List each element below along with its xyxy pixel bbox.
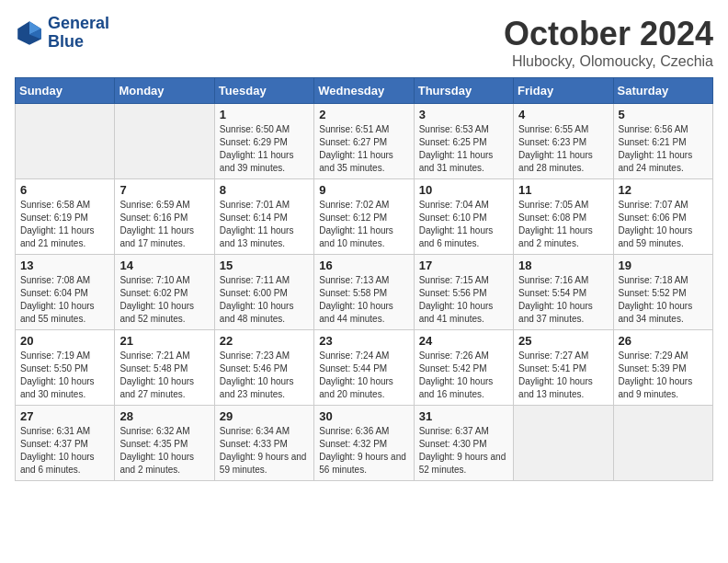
day-detail: Sunrise: 7:26 AMSunset: 5:42 PMDaylight:… xyxy=(419,350,508,401)
day-number: 8 xyxy=(220,183,309,197)
calendar-cell: 17Sunrise: 7:15 AMSunset: 5:56 PMDayligh… xyxy=(414,255,513,330)
weekday-header-sunday: Sunday xyxy=(16,78,115,104)
calendar-cell: 25Sunrise: 7:27 AMSunset: 5:41 PMDayligh… xyxy=(514,330,613,406)
month-title: October 2024 xyxy=(504,15,713,53)
calendar-cell: 10Sunrise: 7:04 AMSunset: 6:10 PMDayligh… xyxy=(414,179,513,255)
weekday-header-wednesday: Wednesday xyxy=(314,78,414,104)
calendar-week-1: 1Sunrise: 6:50 AMSunset: 6:29 PMDaylight… xyxy=(16,104,713,179)
calendar-cell: 20Sunrise: 7:19 AMSunset: 5:50 PMDayligh… xyxy=(16,330,115,406)
weekday-header-friday: Friday xyxy=(514,78,613,104)
day-number: 31 xyxy=(419,409,508,423)
calendar-cell: 31Sunrise: 6:37 AMSunset: 4:30 PMDayligh… xyxy=(414,406,513,481)
day-detail: Sunrise: 6:37 AMSunset: 4:30 PMDaylight:… xyxy=(419,425,508,477)
day-detail: Sunrise: 7:07 AMSunset: 6:06 PMDaylight:… xyxy=(619,199,708,250)
day-number: 26 xyxy=(619,334,708,348)
day-number: 17 xyxy=(419,259,508,272)
calendar-cell xyxy=(613,406,712,481)
day-number: 27 xyxy=(20,409,109,423)
calendar-cell: 14Sunrise: 7:10 AMSunset: 6:02 PMDayligh… xyxy=(115,255,214,330)
header: General Blue October 2024 Hlubocky, Olom… xyxy=(15,15,713,70)
day-detail: Sunrise: 7:13 AMSunset: 5:58 PMDaylight:… xyxy=(319,274,408,326)
day-number: 11 xyxy=(518,183,608,197)
calendar-cell: 18Sunrise: 7:16 AMSunset: 5:54 PMDayligh… xyxy=(514,255,613,330)
calendar-cell: 11Sunrise: 7:05 AMSunset: 6:08 PMDayligh… xyxy=(514,179,613,255)
day-detail: Sunrise: 6:53 AMSunset: 6:25 PMDaylight:… xyxy=(419,123,508,175)
day-number: 1 xyxy=(220,108,309,121)
day-detail: Sunrise: 7:05 AMSunset: 6:08 PMDaylight:… xyxy=(518,199,608,250)
day-detail: Sunrise: 7:21 AMSunset: 5:48 PMDaylight:… xyxy=(119,350,209,401)
day-detail: Sunrise: 6:58 AMSunset: 6:19 PMDaylight:… xyxy=(20,199,109,250)
calendar-cell: 12Sunrise: 7:07 AMSunset: 6:06 PMDayligh… xyxy=(613,179,712,255)
calendar-cell: 19Sunrise: 7:18 AMSunset: 5:52 PMDayligh… xyxy=(613,255,712,330)
calendar-cell: 24Sunrise: 7:26 AMSunset: 5:42 PMDayligh… xyxy=(414,330,513,406)
day-detail: Sunrise: 6:32 AMSunset: 4:35 PMDaylight:… xyxy=(119,425,209,477)
calendar-cell: 21Sunrise: 7:21 AMSunset: 5:48 PMDayligh… xyxy=(115,330,214,406)
day-number: 19 xyxy=(619,259,708,272)
day-number: 2 xyxy=(319,108,408,121)
day-detail: Sunrise: 7:02 AMSunset: 6:12 PMDaylight:… xyxy=(319,199,408,250)
day-detail: Sunrise: 6:59 AMSunset: 6:16 PMDaylight:… xyxy=(119,199,209,250)
day-detail: Sunrise: 6:31 AMSunset: 4:37 PMDaylight:… xyxy=(20,425,109,477)
day-detail: Sunrise: 7:24 AMSunset: 5:44 PMDaylight:… xyxy=(319,350,408,401)
calendar-cell xyxy=(115,104,214,179)
calendar-cell: 30Sunrise: 6:36 AMSunset: 4:32 PMDayligh… xyxy=(314,406,414,481)
calendar-cell: 26Sunrise: 7:29 AMSunset: 5:39 PMDayligh… xyxy=(613,330,712,406)
calendar-cell: 23Sunrise: 7:24 AMSunset: 5:44 PMDayligh… xyxy=(314,330,414,406)
day-number: 13 xyxy=(20,259,109,272)
calendar-cell: 3Sunrise: 6:53 AMSunset: 6:25 PMDaylight… xyxy=(414,104,513,179)
weekday-header-monday: Monday xyxy=(115,78,214,104)
day-number: 4 xyxy=(518,108,608,121)
calendar-cell: 9Sunrise: 7:02 AMSunset: 6:12 PMDaylight… xyxy=(314,179,414,255)
day-number: 21 xyxy=(119,334,209,348)
day-number: 25 xyxy=(518,334,608,348)
day-detail: Sunrise: 7:10 AMSunset: 6:02 PMDaylight:… xyxy=(119,274,209,326)
logo: General Blue xyxy=(15,15,109,52)
day-detail: Sunrise: 7:16 AMSunset: 5:54 PMDaylight:… xyxy=(518,274,608,326)
day-detail: Sunrise: 7:23 AMSunset: 5:46 PMDaylight:… xyxy=(220,350,309,401)
day-number: 10 xyxy=(419,183,508,197)
calendar-cell: 28Sunrise: 6:32 AMSunset: 4:35 PMDayligh… xyxy=(115,406,214,481)
day-number: 23 xyxy=(319,334,408,348)
day-number: 7 xyxy=(119,183,209,197)
calendar-cell: 15Sunrise: 7:11 AMSunset: 6:00 PMDayligh… xyxy=(214,255,313,330)
day-detail: Sunrise: 7:01 AMSunset: 6:14 PMDaylight:… xyxy=(220,199,309,250)
calendar-cell: 2Sunrise: 6:51 AMSunset: 6:27 PMDaylight… xyxy=(314,104,414,179)
calendar-cell: 6Sunrise: 6:58 AMSunset: 6:19 PMDaylight… xyxy=(16,179,115,255)
day-detail: Sunrise: 7:18 AMSunset: 5:52 PMDaylight:… xyxy=(619,274,708,326)
title-area: October 2024 Hlubocky, Olomoucky, Czechi… xyxy=(504,15,713,70)
day-detail: Sunrise: 7:29 AMSunset: 5:39 PMDaylight:… xyxy=(619,350,708,401)
day-number: 3 xyxy=(419,108,508,121)
day-number: 28 xyxy=(119,409,209,423)
day-number: 24 xyxy=(419,334,508,348)
day-detail: Sunrise: 6:51 AMSunset: 6:27 PMDaylight:… xyxy=(319,123,408,175)
calendar-week-4: 20Sunrise: 7:19 AMSunset: 5:50 PMDayligh… xyxy=(16,330,713,406)
day-number: 12 xyxy=(619,183,708,197)
day-detail: Sunrise: 7:19 AMSunset: 5:50 PMDaylight:… xyxy=(20,350,109,401)
day-detail: Sunrise: 6:50 AMSunset: 6:29 PMDaylight:… xyxy=(220,123,309,175)
day-detail: Sunrise: 6:34 AMSunset: 4:33 PMDaylight:… xyxy=(220,425,309,477)
calendar-cell: 8Sunrise: 7:01 AMSunset: 6:14 PMDaylight… xyxy=(214,179,313,255)
calendar-week-5: 27Sunrise: 6:31 AMSunset: 4:37 PMDayligh… xyxy=(16,406,713,481)
day-number: 30 xyxy=(319,409,408,423)
calendar-cell: 16Sunrise: 7:13 AMSunset: 5:58 PMDayligh… xyxy=(314,255,414,330)
calendar-cell: 1Sunrise: 6:50 AMSunset: 6:29 PMDaylight… xyxy=(214,104,313,179)
weekday-header-row: SundayMondayTuesdayWednesdayThursdayFrid… xyxy=(16,78,713,104)
day-number: 5 xyxy=(619,108,708,121)
day-detail: Sunrise: 7:04 AMSunset: 6:10 PMDaylight:… xyxy=(419,199,508,250)
day-detail: Sunrise: 6:56 AMSunset: 6:21 PMDaylight:… xyxy=(619,123,708,175)
calendar-table: SundayMondayTuesdayWednesdayThursdayFrid… xyxy=(15,77,713,481)
calendar-cell xyxy=(16,104,115,179)
calendar-week-2: 6Sunrise: 6:58 AMSunset: 6:19 PMDaylight… xyxy=(16,179,713,255)
day-detail: Sunrise: 7:27 AMSunset: 5:41 PMDaylight:… xyxy=(518,350,608,401)
calendar-cell: 4Sunrise: 6:55 AMSunset: 6:23 PMDaylight… xyxy=(514,104,613,179)
weekday-header-thursday: Thursday xyxy=(414,78,513,104)
location-subtitle: Hlubocky, Olomoucky, Czechia xyxy=(504,53,713,70)
day-detail: Sunrise: 7:11 AMSunset: 6:00 PMDaylight:… xyxy=(220,274,309,326)
day-detail: Sunrise: 6:55 AMSunset: 6:23 PMDaylight:… xyxy=(518,123,608,175)
day-number: 29 xyxy=(220,409,309,423)
calendar-cell: 5Sunrise: 6:56 AMSunset: 6:21 PMDaylight… xyxy=(613,104,712,179)
calendar-cell: 22Sunrise: 7:23 AMSunset: 5:46 PMDayligh… xyxy=(214,330,313,406)
day-number: 20 xyxy=(20,334,109,348)
calendar-cell: 7Sunrise: 6:59 AMSunset: 6:16 PMDaylight… xyxy=(115,179,214,255)
calendar-cell xyxy=(514,406,613,481)
